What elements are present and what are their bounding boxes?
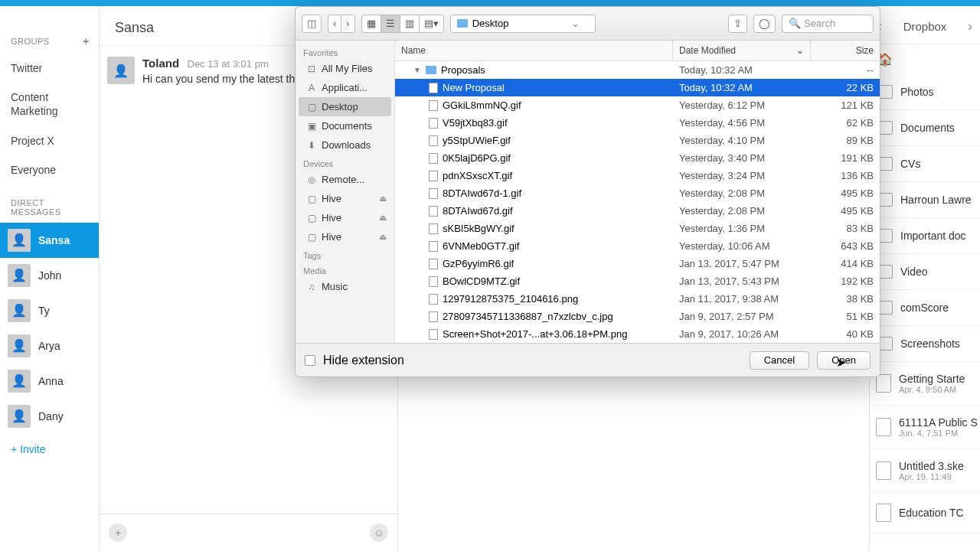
message-composer[interactable]: + ☺ [100, 514, 397, 551]
dropbox-folder[interactable]: Harroun Lawre [870, 182, 980, 218]
dropbox-file[interactable]: Education TC [870, 493, 980, 533]
folder-date: Today, 10:32 AM [673, 63, 811, 77]
sidebar-favorite[interactable]: ▣Documents [296, 116, 394, 135]
file-row[interactable]: V59jtXbq83.gifYesterday, 4:56 PM62 KB [395, 114, 880, 132]
avatar: 👤 [8, 264, 31, 287]
sidebar-favorite[interactable]: ⊡All My Files [296, 59, 394, 78]
dm-label: DIRECT MESSAGES [11, 198, 90, 217]
eject-icon[interactable]: ⏏ [379, 194, 387, 204]
file-row[interactable]: 8DTAIwd67d.gifYesterday, 2:08 PM495 KB [395, 202, 880, 220]
dm-item[interactable]: 👤Ty [0, 293, 99, 328]
dropbox-folder[interactable]: Screenshots [870, 326, 980, 362]
dm-item[interactable]: 👤Anna [0, 364, 99, 399]
group-item[interactable]: Twitter [0, 54, 99, 83]
file-icon [429, 83, 438, 93]
gallery-view-icon[interactable]: ▤▾ [419, 15, 444, 33]
dm-item[interactable]: 👤John [0, 258, 99, 293]
file-icon [429, 276, 438, 287]
hide-extension-checkbox[interactable] [305, 355, 315, 366]
file-row[interactable]: GzP6yyimR6.gifJan 13, 2017, 5:47 PM414 K… [395, 255, 880, 272]
file-size: 89 KB [811, 133, 880, 148]
devices-section: Devices [296, 155, 394, 170]
emoji-icon[interactable]: ☺ [370, 523, 388, 542]
location-dropdown[interactable]: Desktop ⌄ [450, 15, 596, 33]
dropbox-folder[interactable]: comScore [870, 290, 980, 326]
eject-icon[interactable]: ⏏ [379, 213, 387, 223]
column-headers[interactable]: Name Date Modified ⌄ Size [395, 41, 880, 61]
file-row[interactable]: Screen+Shot+2017-...at+3.06.18+PM.pngJan… [395, 325, 880, 343]
dropbox-folder[interactable]: CVs [870, 146, 980, 182]
group-item[interactable]: Everyone [0, 155, 99, 184]
sidebar-icon: ⊡ [306, 64, 317, 74]
tags-icon[interactable]: ◯ [753, 15, 776, 33]
sidebar-favorite[interactable]: ▢Desktop [299, 97, 391, 116]
sidebar-toggle-icon[interactable]: ◫ [302, 15, 322, 33]
file-row[interactable]: sKBI5kBgWY.gifYesterday, 1:36 PM83 KB [395, 220, 880, 237]
file-row[interactable]: 8DTAIwd67d-1.gifYesterday, 2:08 PM495 KB [395, 184, 880, 202]
favorites-section: Favorites [296, 44, 394, 59]
sidebar-device[interactable]: ▢Hive⏏ [296, 208, 394, 227]
file-row[interactable]: GGkiL8mmNQ.gifYesterday, 6:12 PM121 KB [395, 96, 880, 114]
sidebar-device[interactable]: ◎Remote... [296, 170, 394, 189]
view-group: ▦ ☰ ▥ ▤▾ [361, 15, 444, 33]
forward-button[interactable]: › [341, 15, 354, 33]
dropbox-folder[interactable]: Documents [870, 110, 980, 146]
right-sidebar: ‹ Dropbox › 🏠 PhotosDocumentsCVsHarroun … [869, 6, 980, 551]
dm-item[interactable]: 👤Arya [0, 328, 99, 364]
file-row[interactable]: New ProposalToday, 10:32 AM22 KB [395, 79, 880, 96]
add-group-icon[interactable]: + [83, 35, 90, 47]
dropbox-folder[interactable]: Video [870, 254, 980, 290]
column-view-icon[interactable]: ▥ [400, 15, 419, 33]
file-row[interactable]: pdnXSxscXT.gifYesterday, 3:24 PM136 KB [395, 167, 880, 184]
file-label: 61111A Public S report.pdf [899, 416, 980, 429]
file-row[interactable]: 0K5lajD6PG.gifYesterday, 3:40 PM191 KB [395, 149, 880, 167]
file-icon [876, 504, 891, 522]
group-item[interactable]: Content Marketing [0, 83, 99, 126]
invite-link[interactable]: + Invite [0, 434, 99, 465]
chevron-right-icon[interactable]: › [968, 18, 972, 34]
eject-icon[interactable]: ⏏ [379, 232, 387, 242]
dropbox-file[interactable]: 61111A Public S report.pdfJun. 4, 7:51 P… [870, 406, 980, 449]
back-button[interactable]: ‹ [328, 15, 341, 33]
file-icon [429, 135, 438, 146]
file-icon [429, 259, 438, 269]
icon-view-icon[interactable]: ▦ [361, 15, 381, 33]
col-date[interactable]: Date Modified ⌄ [673, 41, 811, 60]
dm-name: Arya [38, 340, 60, 352]
folder-row[interactable]: ▼ Proposals Today, 10:32 AM -- [395, 61, 880, 79]
avatar: 👤 [107, 57, 135, 84]
share-icon[interactable]: ⇧ [728, 15, 747, 33]
col-name[interactable]: Name [395, 41, 673, 60]
file-row[interactable]: 278097345711336887_n7xzlcbv_c.jpgJan 9, … [395, 308, 880, 325]
disclosure-icon[interactable]: ▼ [413, 66, 421, 74]
sidebar-media[interactable]: ♫Music [296, 277, 394, 296]
dropbox-folder[interactable]: Important doc [870, 218, 980, 254]
file-row[interactable]: 1297912875375_2104616.pngJan 11, 2017, 9… [395, 290, 880, 308]
col-size[interactable]: Size [811, 41, 880, 60]
dropbox-file[interactable]: Getting StarteApr. 4, 9:50 AM [870, 362, 980, 406]
attach-icon[interactable]: + [109, 523, 127, 542]
file-row[interactable]: y5StpUWieF.gifYesterday, 4:10 PM89 KB [395, 132, 880, 149]
file-date: Jan 9, 2017, 10:26 AM [673, 327, 811, 341]
sidebar-favorite[interactable]: AApplicati... [296, 78, 394, 97]
file-date: Apr. 4, 9:50 AM [899, 385, 965, 394]
sidebar-favorite[interactable]: ⬇Downloads [296, 135, 394, 155]
dropbox-file[interactable]: Untitled 3.skeApr. 19, 11:49 [870, 449, 980, 493]
cancel-button[interactable]: Cancel [750, 351, 809, 370]
file-date: Yesterday, 4:56 PM [673, 116, 811, 130]
dm-item[interactable]: 👤Dany [0, 399, 99, 434]
sidebar-device[interactable]: ▢Hive⏏ [296, 189, 394, 208]
dropbox-folder[interactable]: Photos [870, 74, 980, 110]
group-item[interactable]: Project X [0, 126, 99, 155]
file-size: 191 KB [811, 151, 880, 165]
list-view-icon[interactable]: ☰ [381, 15, 400, 33]
home-icon[interactable]: 🏠 [870, 44, 980, 74]
dm-item[interactable]: 👤Sansa [0, 223, 99, 258]
open-button[interactable]: Open [817, 351, 871, 370]
search-placeholder: Search [804, 18, 835, 29]
file-row[interactable]: BOwlCD9MTZ.gifJan 13, 2017, 5:43 PM192 K… [395, 272, 880, 290]
sidebar-device[interactable]: ▢Hive⏏ [296, 227, 394, 246]
file-row[interactable]: 6VNMeb0GT7.gifYesterday, 10:06 AM643 KB [395, 237, 880, 255]
search-field[interactable]: 🔍 Search [782, 15, 874, 33]
dialog-sidebar: Favorites ⊡All My FilesAApplicati...▢Des… [296, 41, 395, 343]
